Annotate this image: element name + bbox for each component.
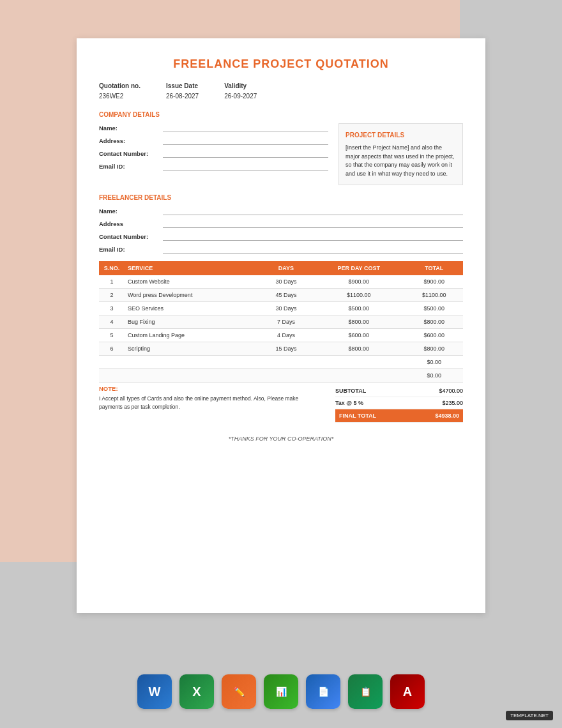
services-table: S.NO. SERVICE DAYS PER DAY COST TOTAL 1 … <box>99 261 463 383</box>
company-address-line <box>163 136 328 145</box>
final-total-row: FINAL TOTAL $4938.00 <box>335 409 463 423</box>
note-text: I Accept all types of Cards and also the… <box>99 395 323 411</box>
cell-perday <box>312 369 406 383</box>
cell-perday <box>312 356 406 369</box>
note-title: NOTE: <box>99 385 323 392</box>
cell-service: Scripting <box>125 342 260 356</box>
company-email-row: Email ID: <box>99 162 328 171</box>
company-details-title: COMPANY DETAILS <box>99 111 463 118</box>
freelancer-contact-label: Contact Number: <box>99 233 163 240</box>
cell-perday: $1100.00 <box>312 289 406 302</box>
company-name-label: Name: <box>99 125 163 132</box>
table-row: 1 Custom Website 30 Days $900.00 $900.00 <box>99 275 463 289</box>
freelancer-address-label: Address <box>99 220 163 227</box>
cell-perday: $500.00 <box>312 302 406 315</box>
excel-icon[interactable]: X <box>179 674 214 709</box>
col-days: DAYS <box>260 261 312 275</box>
cell-total: $800.00 <box>406 342 464 356</box>
project-details-title: PROJECT DETAILS <box>346 130 456 140</box>
cell-days: 30 Days <box>260 302 312 315</box>
acrobat-icon[interactable]: A <box>390 674 425 709</box>
note-section: NOTE: I Accept all types of Cards and al… <box>99 385 335 411</box>
company-contact-row: Contact Number: <box>99 149 328 158</box>
cell-total: $0.00 <box>406 356 464 369</box>
project-details-text: [Insert the Project Name] and also the m… <box>346 144 456 178</box>
tax-row: Tax @ 5 % $235.00 <box>335 397 463 409</box>
subtotal-row: SUBTOTAL $4700.00 <box>335 385 463 397</box>
company-project-section: Name: Address: Contact Number: Email ID:… <box>99 123 463 185</box>
cell-sno: 2 <box>99 289 125 302</box>
meta-row: Quotation no. 236WE2 Issue Date 26-08-20… <box>99 82 463 101</box>
table-row: 6 Scripting 15 Days $800.00 $800.00 <box>99 342 463 356</box>
table-row: 2 Word press Development 45 Days $1100.0… <box>99 289 463 302</box>
gsheets-icon[interactable]: 📋 <box>348 674 383 709</box>
cell-service <box>125 356 260 369</box>
issue-date-label: Issue Date <box>166 82 199 89</box>
cell-service: Bug Fixing <box>125 315 260 329</box>
validity-value: 26-09-2027 <box>224 93 257 100</box>
cell-service: Word press Development <box>125 289 260 302</box>
freelancer-name-row: Name: <box>99 206 463 215</box>
cell-perday: $600.00 <box>312 329 406 342</box>
quotation-no-label: Quotation no. <box>99 82 140 89</box>
col-perday: PER DAY COST <box>312 261 406 275</box>
table-row: 4 Bug Fixing 7 Days $800.00 $800.00 <box>99 315 463 329</box>
cell-total: $600.00 <box>406 329 464 342</box>
cell-sno: 5 <box>99 329 125 342</box>
project-details-box: PROJECT DETAILS [Insert the Project Name… <box>338 123 463 185</box>
freelancer-email-row: Email ID: <box>99 245 463 254</box>
final-value: $4938.00 <box>435 413 459 419</box>
freelancer-email-line <box>163 245 463 254</box>
numbers-icon[interactable]: 📊 <box>264 674 298 709</box>
company-address-row: Address: <box>99 136 328 145</box>
freelancer-email-label: Email ID: <box>99 246 163 253</box>
issue-date-value: 26-08-2027 <box>166 93 199 100</box>
cell-days: 7 Days <box>260 315 312 329</box>
subtotal-value: $4700.00 <box>439 388 463 394</box>
col-sno: S.NO. <box>99 261 125 275</box>
cell-sno: 4 <box>99 315 125 329</box>
cell-days <box>260 369 312 383</box>
cell-total: $1100.00 <box>406 289 464 302</box>
totals-right: SUBTOTAL $4700.00 Tax @ 5 % $235.00 FINA… <box>335 385 463 423</box>
table-header-row: S.NO. SERVICE DAYS PER DAY COST TOTAL <box>99 261 463 275</box>
cell-service <box>125 369 260 383</box>
cell-sno: 1 <box>99 275 125 289</box>
cell-sno <box>99 356 125 369</box>
cell-perday: $800.00 <box>312 315 406 329</box>
col-service: SERVICE <box>125 261 260 275</box>
freelancer-details-title: FREELANCER DETAILS <box>99 194 463 201</box>
cell-total: $800.00 <box>406 315 464 329</box>
cell-total: $900.00 <box>406 275 464 289</box>
table-row: $0.00 <box>99 356 463 369</box>
company-address-label: Address: <box>99 137 163 144</box>
company-name-row: Name: <box>99 123 328 132</box>
cell-days: 4 Days <box>260 329 312 342</box>
company-contact-label: Contact Number: <box>99 150 163 157</box>
subtotal-label: SUBTOTAL <box>335 388 366 394</box>
freelancer-address-row: Address <box>99 219 463 228</box>
cell-days: 45 Days <box>260 289 312 302</box>
gdocs-icon[interactable]: 📄 <box>306 674 340 709</box>
word-icon[interactable]: W <box>137 674 172 709</box>
freelancer-contact-row: Contact Number: <box>99 232 463 241</box>
table-row: $0.00 <box>99 369 463 383</box>
freelancer-address-line <box>163 219 463 228</box>
cell-days <box>260 356 312 369</box>
cell-sno: 3 <box>99 302 125 315</box>
company-email-line <box>163 162 328 171</box>
validity: Validity 26-09-2027 <box>224 82 257 101</box>
cell-service: Custom Landing Page <box>125 329 260 342</box>
company-contact-line <box>163 149 328 158</box>
freelancer-name-label: Name: <box>99 208 163 215</box>
final-label: FINAL TOTAL <box>339 413 376 419</box>
cell-perday: $800.00 <box>312 342 406 356</box>
table-row: 5 Custom Landing Page 4 Days $600.00 $60… <box>99 329 463 342</box>
pages-icon[interactable]: ✏️ <box>222 674 256 709</box>
cell-service: SEO Services <box>125 302 260 315</box>
tax-value: $235.00 <box>442 400 463 406</box>
cell-total: $0.00 <box>406 369 464 383</box>
document-title: FREELANCE PROJECT QUOTATION <box>99 57 463 71</box>
footer-note: *THANKS FOR YOUR CO-OPERATION* <box>99 436 463 442</box>
cell-service: Custom Website <box>125 275 260 289</box>
